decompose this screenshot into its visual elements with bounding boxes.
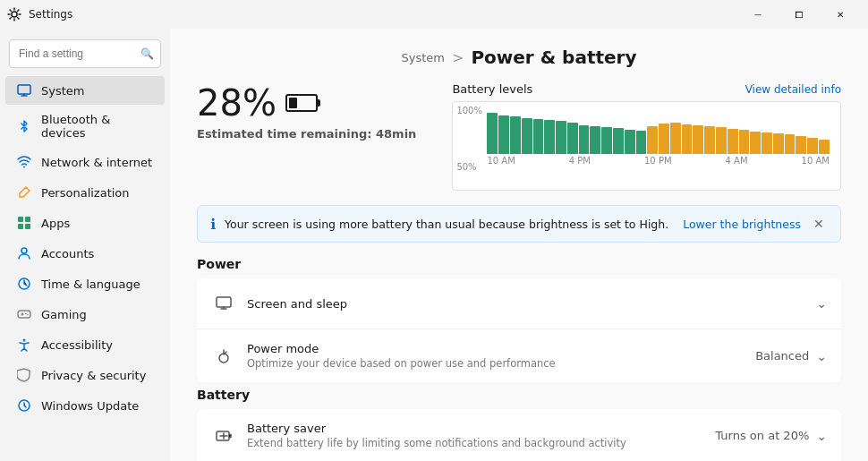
sidebar-item-windows-update-label: Windows Update [41,399,139,413]
chart-y-100: 100% [456,106,482,115]
sidebar-item-accessibility-label: Accessibility [41,338,113,352]
chart-bar [544,120,555,154]
battery-settings-card: Battery saver Extend battery life by lim… [197,409,841,461]
chart-bar [625,130,635,154]
sidebar-item-privacy-label: Privacy & security [41,369,146,382]
battery-section-title: Battery [197,388,841,402]
battery-saver-info: Battery saver Extend battery life by lim… [247,422,715,449]
svg-point-10 [25,313,27,315]
sidebar-item-bluetooth-label: Bluetooth & devices [41,113,154,140]
chart-bar [522,118,532,155]
svg-rect-9 [18,311,30,318]
chart-bar [659,124,669,154]
svg-point-12 [23,339,26,342]
battery-saver-subtitle: Extend battery life by limiting some not… [247,437,715,449]
svg-rect-6 [25,224,30,229]
chart-bar [796,136,806,154]
alert-close-button[interactable]: ✕ [810,215,828,233]
chart-bar [487,113,498,154]
network-icon [16,154,32,170]
titlebar-left: Settings [7,7,72,21]
chart-x-3: 4 AM [726,156,748,166]
update-icon [16,397,32,414]
chart-bar [636,131,647,154]
svg-point-0 [12,12,17,17]
chart-bar [728,129,738,154]
sidebar-item-personalization-label: Personalization [41,186,130,200]
sidebar: 🔍 System Bluetooth & devices Network & i… [0,29,170,461]
lower-brightness-link[interactable]: Lower the brightness [683,218,801,231]
battery-saver-row[interactable]: Battery saver Extend battery life by lim… [197,409,841,461]
sidebar-item-bluetooth[interactable]: Bluetooth & devices [5,107,165,146]
sidebar-item-personalization[interactable]: Personalization [5,178,165,207]
chart-bar [807,138,818,154]
sidebar-item-windows-update[interactable]: Windows Update [5,391,165,420]
titlebar: Settings ─ ⧠ ✕ [0,0,868,29]
chart-bar [498,115,509,154]
chart-y-50: 50% [456,162,482,172]
search-icon: 🔍 [140,47,154,60]
sidebar-item-apps-label: Apps [41,217,70,230]
sidebar-item-system[interactable]: System [5,76,165,105]
power-mode-value: Balanced [755,349,809,363]
chart-x-labels: 10 AM 4 PM 10 PM 4 AM 10 AM [460,156,833,166]
chart-bar [750,132,761,154]
power-mode-row[interactable]: Power mode Optimize your device based on… [197,329,841,382]
sidebar-item-gaming[interactable]: Gaming [5,300,165,329]
chart-area: Battery levels View detailed info 100% 5… [452,82,841,191]
chart-bar [647,126,658,154]
info-icon: ℹ️ [210,216,216,233]
sidebar-item-system-label: System [41,84,84,98]
minimize-button[interactable]: ─ [737,0,779,29]
battery-remaining-value: 48min [376,127,416,141]
apps-icon [16,215,32,231]
alert-banner: ℹ️ Your screen is using more battery tha… [197,205,841,243]
svg-rect-5 [18,224,23,229]
status-row: 28% Estimated time remaining: 48min Batt… [197,82,841,191]
titlebar-controls: ─ ⧠ ✕ [737,0,861,29]
battery-icon [285,94,318,112]
settings-app-icon [7,7,21,21]
battery-remaining-label: Estimated time remaining: [197,127,376,141]
screen-sleep-info: Screen and sleep [247,297,816,311]
sidebar-item-accounts-label: Accounts [41,247,94,260]
svg-rect-4 [25,217,30,222]
chart-bar [556,121,566,154]
power-mode-title: Power mode [247,342,755,355]
chart-bar [601,127,612,154]
search-input[interactable] [9,39,161,68]
sidebar-item-privacy[interactable]: Privacy & security [5,361,165,389]
chart-x-1: 4 PM [569,156,591,166]
sidebar-item-accessibility[interactable]: Accessibility [5,330,165,359]
chart-bar [579,125,590,154]
close-button[interactable]: ✕ [820,0,861,29]
sidebar-item-time[interactable]: Time & language [5,269,165,298]
view-detailed-info-link[interactable]: View detailed info [745,83,841,96]
battery-saver-icon [211,423,236,448]
chart-bar [613,128,624,154]
screen-sleep-row[interactable]: Screen and sleep ⌄ [197,278,841,329]
sidebar-item-apps[interactable]: Apps [5,209,165,237]
sidebar-item-accounts[interactable]: Accounts [5,239,165,268]
breadcrumb-current: Power & battery [471,47,636,68]
power-settings-card: Screen and sleep ⌄ Power mode Optimize y… [197,278,841,382]
chart-container: 100% 50% 10 AM 4 PM 10 PM 4 AM 10 AM [452,101,841,191]
svg-point-7 [21,248,27,253]
chart-bar [590,126,600,154]
chart-x-4: 10 AM [802,156,830,166]
chart-bar [510,116,521,154]
chart-bar [693,125,703,154]
power-mode-icon [211,344,236,369]
sidebar-item-network[interactable]: Network & internet [5,148,165,176]
content-area: System > Power & battery 28% Estimated t… [170,29,868,461]
battery-saver-chevron: ⌄ [816,429,827,443]
time-icon [16,276,32,292]
chart-title: Battery levels [452,82,532,96]
accounts-icon [16,245,32,261]
power-section-title: Power [197,257,841,271]
battery-saver-value: Turns on at 20% [715,429,809,442]
maximize-button[interactable]: ⧠ [779,0,820,29]
chart-y-labels: 100% 50% [456,106,482,172]
battery-status: 28% Estimated time remaining: 48min [197,82,416,141]
chart-bar [773,133,784,154]
